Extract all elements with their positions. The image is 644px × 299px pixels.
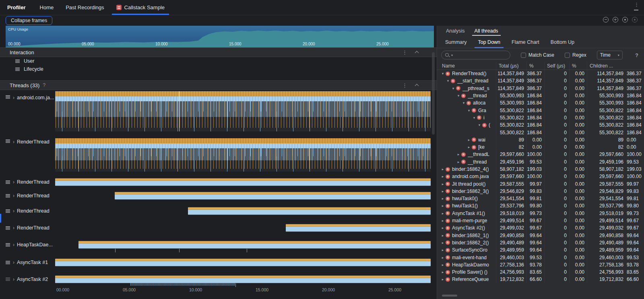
column-header[interactable]: Self (μs) bbox=[544, 62, 569, 70]
thread-track[interactable] bbox=[55, 90, 431, 134]
thread-label[interactable]: ›RenderThread bbox=[0, 189, 55, 203]
chevron-right-icon[interactable]: ▸ bbox=[440, 256, 445, 260]
reset-zoom-icon[interactable] bbox=[622, 17, 628, 23]
expand-chevron-icon[interactable]: › bbox=[13, 193, 14, 199]
threads-help-icon[interactable]: ? bbox=[43, 82, 45, 88]
table-row[interactable]: ▸mmali-mem-purge29,499,51499.6700.0029,4… bbox=[437, 217, 644, 224]
table-row[interactable]: ▾m__pthread_s114,357,849386.3700.00114,3… bbox=[437, 85, 644, 92]
table-row[interactable]: ▸mHeapTaskDaemo27,758,13693.7800.0027,75… bbox=[437, 261, 644, 268]
chevron-down-icon[interactable]: ▾ bbox=[440, 72, 445, 76]
table-row[interactable]: ▸mbinder:16862_1()29,490,85899.6400.0029… bbox=[437, 232, 644, 239]
chevron-right-icon[interactable]: ▸ bbox=[440, 226, 445, 230]
table-row[interactable]: ▾m__start_thread114,357,849386.3700.0011… bbox=[437, 77, 644, 84]
expand-chevron-icon[interactable]: › bbox=[13, 95, 14, 100]
chevron-right-icon[interactable]: ▸ bbox=[466, 145, 471, 149]
chevron-right-icon[interactable]: ▸ bbox=[440, 182, 445, 186]
analysis-tab-all-threads[interactable]: All threads bbox=[471, 26, 502, 36]
zoom-out-icon[interactable] bbox=[603, 17, 609, 23]
chevron-right-icon[interactable]: ▸ bbox=[440, 233, 445, 238]
thread-label[interactable]: ›HeapTaskDae... bbox=[0, 236, 55, 253]
chevron-right-icon[interactable]: ▸ bbox=[440, 241, 445, 245]
column-header[interactable]: Total (μs) bbox=[496, 62, 526, 70]
chevron-down-icon[interactable]: ▾ bbox=[472, 116, 477, 120]
chevron-right-icon[interactable]: ▸ bbox=[440, 189, 445, 193]
titlebar-tab-home[interactable]: Home bbox=[34, 0, 60, 15]
thread-track[interactable] bbox=[55, 189, 431, 203]
more-options-icon[interactable]: ⋮ bbox=[634, 2, 639, 7]
table-row[interactable]: ▸mbinder:16862_3()29,546,82999.8300.0029… bbox=[437, 188, 644, 195]
table-row[interactable]: ▸mProfile Saver() ()24,756,99383.6500.00… bbox=[437, 268, 644, 276]
expand-chevron-icon[interactable]: › bbox=[13, 276, 14, 282]
expand-chevron-icon[interactable]: › bbox=[13, 179, 14, 185]
chevron-down-icon[interactable]: ▾ bbox=[446, 79, 450, 83]
chevron-down-icon[interactable]: ▾ bbox=[456, 94, 461, 98]
zoom-in-icon[interactable] bbox=[613, 17, 618, 23]
table-row[interactable]: ▾mi55,300,822186.8400.0055,300,822186.84 bbox=[437, 114, 644, 121]
thread-label[interactable]: ›RenderThread bbox=[0, 175, 55, 189]
interaction-row-lifecycle[interactable]: Lifecycle bbox=[0, 65, 437, 73]
match-case-checkbox[interactable] bbox=[521, 53, 526, 58]
cpu-usage-track[interactable]: CPU Usage 00.00005.00010.00015.00020.000… bbox=[6, 26, 434, 47]
table-row[interactable]: ▾malloca55,300,993186.8400.0055,300,9931… bbox=[437, 99, 644, 106]
threads-options-icon[interactable]: ⋮ bbox=[402, 83, 407, 88]
collapse-frames-button[interactable]: Collapse frames bbox=[6, 16, 52, 25]
column-header[interactable]: Name bbox=[437, 62, 496, 70]
chevron-right-icon[interactable]: ▸ bbox=[440, 211, 445, 215]
subtab-summary[interactable]: Summary bbox=[441, 36, 471, 48]
expand-chevron-icon[interactable]: › bbox=[13, 242, 14, 248]
table-row[interactable]: ▸m__thread29,459,19699.5300.0029,459,196… bbox=[437, 158, 644, 166]
left-vertical-scrollbar[interactable] bbox=[432, 52, 435, 135]
table-row[interactable]: ▸mAsyncTask #1()29,518,01999.7300.0029,5… bbox=[437, 210, 644, 217]
chevron-right-icon[interactable]: ▸ bbox=[440, 204, 445, 208]
interaction-section-header[interactable]: Interaction ⋮ bbox=[0, 47, 437, 57]
zoom-to-selection-icon[interactable] bbox=[632, 17, 638, 23]
thread-track[interactable] bbox=[55, 253, 431, 272]
table-row[interactable]: ▸mwai890.0000.00890.00 bbox=[437, 136, 644, 143]
time-range-select[interactable]: Time ▾ bbox=[597, 51, 623, 59]
column-header[interactable]: % bbox=[526, 62, 544, 70]
thread-track[interactable] bbox=[55, 219, 431, 236]
chevron-right-icon[interactable]: ▸ bbox=[440, 197, 445, 201]
search-input[interactable]: ▾ bbox=[441, 51, 510, 59]
minimize-icon[interactable] bbox=[634, 10, 638, 10]
chevron-right-icon[interactable]: ▸ bbox=[440, 174, 445, 178]
chevron-right-icon[interactable]: ▸ bbox=[456, 160, 461, 164]
chevron-right-icon[interactable]: ▸ bbox=[440, 219, 445, 223]
thread-label[interactable]: ›AsyncTask #2 bbox=[0, 272, 55, 287]
chevron-right-icon[interactable]: ▸ bbox=[440, 248, 445, 252]
column-header[interactable]: Children ... bbox=[587, 62, 644, 70]
thread-track[interactable] bbox=[55, 175, 431, 189]
expand-chevron-icon[interactable]: › bbox=[13, 139, 14, 145]
thread-label[interactable]: ›android.com.ja... bbox=[0, 90, 55, 134]
match-case-option[interactable]: Match Case bbox=[521, 52, 554, 58]
chevron-down-icon[interactable]: ▾ bbox=[451, 86, 456, 90]
regex-option[interactable]: Regex bbox=[565, 52, 586, 58]
table-row[interactable]: 55,300,822186.8400.0055,300,822186.84 bbox=[437, 129, 644, 136]
table-row[interactable]: ▸mhwuiTask1()29,537,79699.8000.0029,537,… bbox=[437, 202, 644, 209]
table-row[interactable]: ▸mmali-event-hand29,460,00399.5300.0029,… bbox=[437, 254, 644, 261]
table-row[interactable]: ▸mhwuiTask0()29,541,55499.8100.0029,541,… bbox=[437, 195, 644, 202]
regex-checkbox[interactable] bbox=[565, 53, 570, 58]
table-row[interactable]: ▾mGra55,300,822186.8400.0055,300,822186.… bbox=[437, 106, 644, 114]
chevron-right-icon[interactable]: ▸ bbox=[440, 167, 445, 171]
subtab-flame-chart[interactable]: Flame Chart bbox=[508, 36, 543, 48]
table-row[interactable]: ▸mbinder:16862_2()29,490,48999.6400.0029… bbox=[437, 239, 644, 246]
table-row[interactable]: ▸mReferenceQueue19,712,83266.6000.0019,7… bbox=[437, 276, 644, 283]
thread-label[interactable]: ›RenderThread bbox=[0, 203, 55, 219]
right-horizontal-scrollbar[interactable] bbox=[442, 295, 457, 297]
thread-track[interactable] bbox=[55, 236, 431, 253]
table-row[interactable]: ▸m[ke820.0000.00820.00 bbox=[437, 143, 644, 151]
column-header[interactable]: % bbox=[569, 62, 587, 70]
interaction-row-user[interactable]: User bbox=[0, 57, 437, 65]
thread-track[interactable] bbox=[55, 134, 431, 175]
thread-label[interactable]: ›RenderThread bbox=[0, 134, 55, 175]
table-row[interactable]: ▾m(55,300,822186.8400.0055,300,822186.84 bbox=[437, 121, 644, 129]
interaction-collapse-icon[interactable] bbox=[415, 51, 419, 55]
table-header[interactable]: NameTotal (μs)%Self (μs)%Children ... bbox=[437, 62, 644, 70]
thread-label[interactable]: ›AsyncTask #1 bbox=[0, 253, 55, 272]
thread-track[interactable] bbox=[55, 272, 431, 287]
table-row[interactable]: ▾m__thread55,300,993186.8400.0055,300,99… bbox=[437, 92, 644, 99]
thread-label[interactable]: ›RenderThread bbox=[0, 219, 55, 236]
chevron-down-icon[interactable]: ▾ bbox=[461, 101, 466, 105]
chevron-right-icon[interactable]: ▸ bbox=[466, 138, 471, 142]
